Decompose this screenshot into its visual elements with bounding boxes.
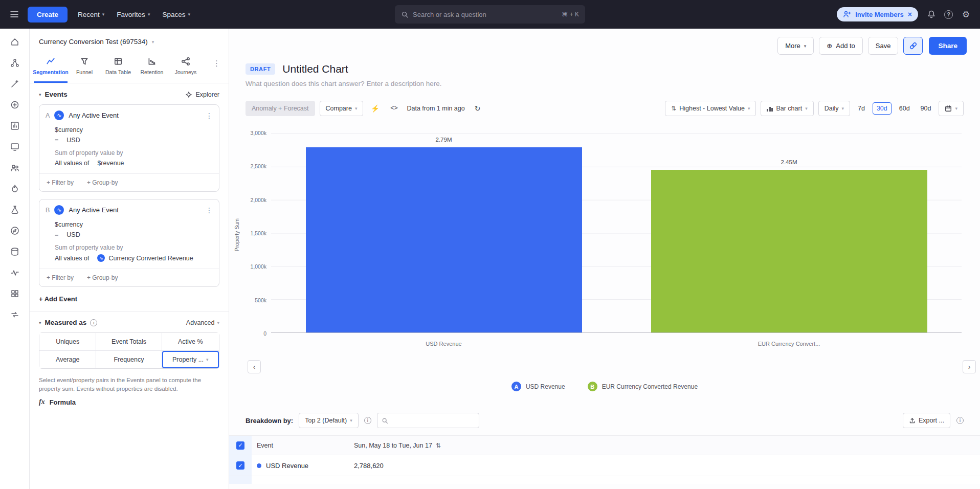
chart-title[interactable]: Untitled Chart [282, 63, 348, 75]
advanced-dropdown[interactable]: Advanced ▾ [186, 319, 219, 326]
measure-uniques[interactable]: Uniques [39, 333, 96, 351]
measure-event-totals[interactable]: Event Totals [96, 333, 162, 351]
create-button[interactable]: Create [28, 7, 68, 23]
dashboards-icon[interactable] [10, 142, 20, 152]
legend-item-a[interactable]: A USD Revenue [511, 382, 565, 391]
home-icon[interactable] [10, 37, 20, 47]
add-event-button[interactable]: + Add Event [30, 294, 229, 311]
date-range-column-header[interactable]: Sun, May 18 to Tue, Jun 17 ⇅ [349, 436, 980, 455]
formula-button[interactable]: fx Formula [39, 398, 219, 406]
chart-type-dropdown[interactable]: Bar chart ▾ [761, 101, 813, 116]
operand-value[interactable]: USD [66, 231, 80, 238]
measure-active-pct[interactable]: Active % [162, 333, 219, 351]
sort-order-dropdown[interactable]: ⇅ Highest - Lowest Value ▾ [665, 101, 756, 116]
event-where-condition[interactable]: = USD [39, 135, 219, 145]
event-kebab-icon[interactable]: ⋮ [206, 112, 213, 120]
sum-property[interactable]: ∿ Currency Converted Revenue [97, 254, 193, 262]
row-checkbox[interactable]: ✓ [236, 461, 244, 470]
legend-item-b[interactable]: B EUR Currency Converted Revenue [588, 382, 698, 391]
more-tabs-kebab-icon[interactable]: ⋮ [209, 52, 225, 75]
date-range-picker[interactable]: ▾ [939, 101, 964, 116]
bar-usd-revenue[interactable]: 2.79M [306, 147, 582, 332]
help-icon[interactable]: ? [944, 10, 953, 19]
page-left-button[interactable]: ‹ [248, 360, 261, 373]
range-60d[interactable]: 60d [896, 102, 913, 115]
event-where-property[interactable]: $currency [39, 125, 219, 135]
magic-wand-icon[interactable] [10, 79, 20, 89]
table-row[interactable]: ✓ USD Revenue 2,788,620 [229, 455, 980, 476]
info-icon[interactable]: i [364, 417, 371, 424]
property-sum-row[interactable]: All values of ∿ Currency Converted Reven… [39, 253, 219, 263]
select-all-checkbox[interactable]: ✓ [236, 441, 244, 450]
data-icon[interactable] [10, 247, 20, 257]
tab-retention[interactable]: Retention [135, 52, 169, 83]
share-button[interactable]: Share [929, 37, 967, 55]
event-card-header[interactable]: B ∿ Any Active Event ⋮ [39, 199, 219, 219]
collapse-chevron-icon[interactable]: ▾ [39, 92, 41, 97]
chart-description-placeholder[interactable]: What question does this chart answer? En… [229, 75, 980, 87]
operand-value[interactable]: USD [66, 137, 80, 144]
breakdown-search-input[interactable] [391, 417, 475, 424]
event-card-header[interactable]: A ∿ Any Active Event ⋮ [39, 105, 219, 125]
session-replay-icon[interactable] [10, 184, 20, 194]
event-column-header[interactable]: Event [252, 436, 349, 455]
sum-property[interactable]: $revenue [97, 160, 124, 167]
compare-button[interactable]: Compare ▾ [320, 101, 364, 116]
export-button[interactable]: Export ... [903, 413, 950, 428]
measure-average[interactable]: Average [39, 351, 96, 368]
global-search[interactable]: ⌘ + K [395, 5, 585, 24]
range-7d[interactable]: 7d [855, 102, 868, 115]
hamburger-menu-icon[interactable] [9, 9, 19, 19]
recent-menu[interactable]: Recent ▾ [76, 8, 106, 21]
event-where-condition[interactable]: = USD [39, 230, 219, 240]
info-icon[interactable]: i [956, 417, 964, 424]
users-icon[interactable] [10, 163, 20, 173]
heatmap-icon[interactable] [10, 288, 20, 299]
tab-journeys[interactable]: Journeys [169, 52, 203, 83]
project-selector[interactable]: Currency Conversion Test (697534) ▾ [30, 29, 229, 51]
objects-icon[interactable] [10, 58, 20, 68]
more-button[interactable]: More ▾ [777, 37, 814, 55]
breakdown-top-selector[interactable]: Top 2 (Default) ▾ [299, 413, 359, 428]
charts-icon[interactable] [10, 121, 20, 131]
favorites-menu[interactable]: Favorites ▾ [115, 8, 152, 21]
search-input[interactable] [413, 11, 558, 18]
spaces-menu[interactable]: Spaces ▾ [160, 8, 192, 21]
explore-icon[interactable] [10, 226, 20, 236]
measure-frequency[interactable]: Frequency [96, 351, 162, 368]
event-kebab-icon[interactable]: ⋮ [206, 206, 213, 214]
filter-by-button[interactable]: + Filter by [47, 274, 74, 281]
bar-eur-converted-revenue[interactable]: 2.45M [651, 170, 927, 332]
breakdown-search[interactable] [377, 413, 479, 428]
save-button[interactable]: Save [868, 37, 899, 55]
interval-dropdown[interactable]: Daily ▾ [818, 101, 850, 116]
settings-gear-icon[interactable]: ⚙ [961, 10, 971, 19]
range-90d[interactable]: 90d [918, 102, 934, 115]
add-to-button[interactable]: ⊕ Add to [819, 37, 863, 55]
group-by-button[interactable]: + Group-by [87, 179, 118, 186]
refresh-icon[interactable]: ↻ [471, 101, 485, 116]
close-icon[interactable]: × [908, 11, 912, 18]
add-circle-icon[interactable] [10, 100, 20, 110]
signals-icon[interactable] [10, 268, 20, 278]
filter-by-button[interactable]: + Filter by [47, 179, 74, 186]
column-sort-icon[interactable]: ⇅ [436, 442, 441, 449]
invite-members-button[interactable]: Invite Members × [837, 7, 918, 21]
range-30d[interactable]: 30d [873, 102, 892, 115]
explorer-button[interactable]: Explorer [185, 91, 219, 98]
collapse-chevron-icon[interactable]: ▾ [39, 320, 41, 325]
measure-property-sum[interactable]: Property ... ▾ [162, 351, 219, 368]
property-sum-row[interactable]: All values of $revenue [39, 158, 219, 168]
lightning-icon[interactable]: ⚡ [368, 101, 382, 116]
code-icon[interactable]: <> [387, 101, 401, 116]
sync-icon[interactable] [10, 309, 20, 320]
tab-funnel[interactable]: Funnel [68, 52, 101, 83]
notifications-bell-icon[interactable] [926, 10, 936, 19]
tab-data-table[interactable]: Data Table [101, 52, 135, 83]
tab-segmentation[interactable]: Segmentation [34, 52, 68, 83]
event-where-property[interactable]: $currency [39, 219, 219, 230]
info-icon[interactable]: i [90, 319, 97, 326]
copy-link-button[interactable] [903, 37, 923, 55]
page-right-button[interactable]: › [963, 360, 976, 373]
group-by-button[interactable]: + Group-by [87, 274, 118, 281]
